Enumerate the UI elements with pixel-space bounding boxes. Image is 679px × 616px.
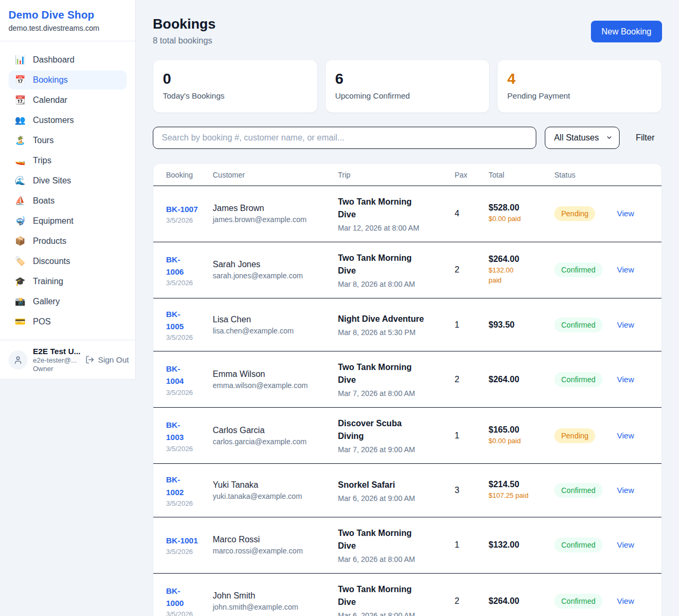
new-booking-button[interactable]: New Booking <box>591 21 662 42</box>
view-link[interactable]: View <box>617 596 634 605</box>
total-amount: $214.50 <box>489 480 554 489</box>
nav-item-icon: 🌊 <box>15 177 25 185</box>
booking-id-link[interactable]: BK-1001 <box>166 534 198 547</box>
nav-item-label: Bookings <box>33 75 68 85</box>
paid-amount: $107.25 paid <box>489 491 554 501</box>
status-select[interactable]: All Statuses <box>545 127 620 149</box>
customer-name: Lisa Chen <box>213 315 338 324</box>
filter-button[interactable]: Filter <box>628 133 662 143</box>
sidebar-item-equipment[interactable]: 🤿 Equipment <box>8 212 127 231</box>
nav-item-icon: 📦 <box>15 237 25 245</box>
nav-item-label: POS <box>33 317 51 327</box>
view-link[interactable]: View <box>617 486 634 495</box>
status-badge: Confirmed <box>554 372 603 387</box>
nav-item-label: Calendar <box>33 95 67 105</box>
trip-datetime: Mar 8, 2026 at 5:30 PM <box>338 328 455 337</box>
nav-item-icon: ⛵ <box>15 197 25 205</box>
page-subtitle: 8 total bookings <box>153 36 215 46</box>
trip-name: Two Tank Morning Dive <box>338 583 455 609</box>
shop-domain: demo.test.divestreams.com <box>8 24 127 32</box>
nav-item-icon: 🏷️ <box>15 257 25 266</box>
sign-out-button[interactable]: Sign Out <box>85 355 129 364</box>
page-title: Bookings <box>153 16 215 32</box>
nav-item-label: Trips <box>33 156 51 165</box>
view-link[interactable]: View <box>617 540 634 549</box>
total-amount: $264.00 <box>489 254 554 264</box>
customer-name: Marco Rossi <box>213 535 338 544</box>
booking-id-link[interactable]: BK-1007 <box>166 203 198 215</box>
pax-count: 2 <box>455 265 489 275</box>
view-link[interactable]: View <box>617 265 634 274</box>
booking-id-link[interactable]: BK- 1000 <box>166 585 184 610</box>
booking-id-link[interactable]: BK- 1005 <box>166 308 184 333</box>
booking-id-link[interactable]: BK- 1004 <box>166 363 184 388</box>
table-row: BK- 1000 3/5/2026 John Smith john.smith@… <box>153 573 661 616</box>
avatar <box>8 350 28 369</box>
sidebar-user-footer: E2E Test U... e2e-tester@... Owner Sign … <box>0 340 135 379</box>
nav-item-icon: 📅 <box>15 76 25 84</box>
stat-label: Today's Bookings <box>163 91 308 100</box>
pax-count: 1 <box>455 320 489 330</box>
main-content: Bookings 8 total bookings New Booking 0 … <box>136 0 679 616</box>
customer-email: lisa.chen@example.com <box>213 327 338 335</box>
customer-email: emma.wilson@example.com <box>213 381 338 390</box>
pax-count: 4 <box>455 209 489 218</box>
customer-name: Yuki Tanaka <box>213 480 338 490</box>
sidebar-item-boats[interactable]: ⛵ Boats <box>8 191 127 210</box>
sidebar-item-tours[interactable]: 🏝️ Tours <box>8 131 127 150</box>
nav-item-label: Training <box>33 277 63 286</box>
booking-date: 3/5/2026 <box>166 389 213 397</box>
col-header-pax: Pax <box>455 171 489 179</box>
total-amount: $528.00 <box>489 203 554 213</box>
trip-name: Two Tank Morning Dive <box>338 252 455 277</box>
trip-datetime: Mar 6, 2026 at 8:00 AM <box>338 555 455 564</box>
nav-item-icon: 📊 <box>15 56 25 64</box>
trip-datetime: Mar 6, 2026 at 8:00 AM <box>338 611 455 616</box>
customer-email: carlos.garcia@example.com <box>213 437 338 446</box>
sidebar-item-training[interactable]: 🎓 Training <box>8 272 127 291</box>
booking-id-link[interactable]: BK- 1006 <box>166 253 184 278</box>
sidebar-item-products[interactable]: 📦 Products <box>8 232 127 251</box>
view-link[interactable]: View <box>617 375 634 384</box>
pax-count: 1 <box>455 540 489 550</box>
trip-datetime: Mar 12, 2026 at 8:00 AM <box>338 224 455 232</box>
customer-name: Carlos Garcia <box>213 426 338 435</box>
trip-datetime: Mar 6, 2026 at 9:00 AM <box>338 494 455 503</box>
sidebar-item-dive-sites[interactable]: 🌊 Dive Sites <box>8 171 127 190</box>
user-role: Owner <box>33 365 80 373</box>
search-input[interactable] <box>153 127 536 149</box>
customer-email: sarah.jones@example.com <box>213 271 338 280</box>
nav-item-icon: 🎓 <box>15 277 25 286</box>
user-display-name: E2E Test U... <box>33 347 80 356</box>
sidebar-item-trips[interactable]: 🚤 Trips <box>8 151 127 170</box>
booking-id-link[interactable]: BK- 1003 <box>166 419 184 444</box>
sidebar-item-calendar[interactable]: 📆 Calendar <box>8 91 127 110</box>
booking-date: 3/5/2026 <box>166 548 213 556</box>
sidebar-item-customers[interactable]: 👥 Customers <box>8 111 127 130</box>
nav-item-label: Dive Sites <box>33 176 71 186</box>
sidebar-item-bookings[interactable]: 📅 Bookings <box>8 71 127 90</box>
sidebar-item-pos[interactable]: 💳 POS <box>8 312 127 331</box>
sign-out-label: Sign Out <box>98 355 129 364</box>
sidebar-item-discounts[interactable]: 🏷️ Discounts <box>8 252 127 271</box>
booking-date: 3/5/2026 <box>166 279 213 287</box>
nav-item-label: Products <box>33 236 66 246</box>
stat-label: Upcoming Confirmed <box>335 91 480 100</box>
nav-item-icon: 📆 <box>15 96 25 104</box>
view-link[interactable]: View <box>617 431 634 440</box>
booking-id-link[interactable]: BK- 1002 <box>166 473 184 498</box>
booking-date: 3/5/2026 <box>166 445 213 453</box>
table-row: BK- 1005 3/5/2026 Lisa Chen lisa.chen@ex… <box>153 298 661 351</box>
view-link[interactable]: View <box>617 209 634 218</box>
sidebar-item-gallery[interactable]: 📸 Gallery <box>8 292 127 311</box>
col-header-trip: Trip <box>338 171 455 179</box>
view-link[interactable]: View <box>617 320 634 329</box>
pax-count: 3 <box>455 486 489 495</box>
filter-row: All Statuses Filter <box>153 127 662 149</box>
trip-name: Night Dive Adventure <box>338 313 455 325</box>
status-badge: Confirmed <box>554 594 603 609</box>
pax-count: 1 <box>455 431 489 441</box>
stat-card: 4 Pending Payment <box>497 59 662 113</box>
sidebar-item-dashboard[interactable]: 📊 Dashboard <box>8 50 127 69</box>
booking-date: 3/5/2026 <box>166 610 213 616</box>
